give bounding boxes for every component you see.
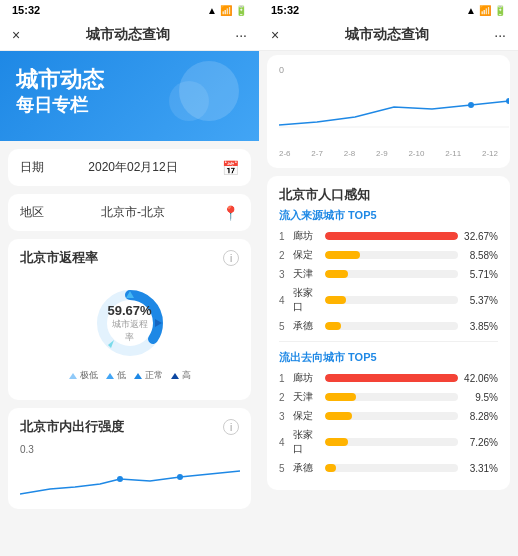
- outflow-rank-2: 2: [279, 392, 289, 403]
- inflow-row-1: 1 廊坊 32.67%: [279, 229, 498, 243]
- inflow-track-2: [325, 251, 458, 259]
- inflow-pct-4: 5.37%: [462, 295, 498, 306]
- svg-point-5: [117, 476, 123, 482]
- outflow-rank-1: 1: [279, 373, 289, 384]
- inflow-row-2: 2 保定 8.58%: [279, 248, 498, 262]
- outflow-fill-1: [325, 374, 458, 382]
- legend-label-1: 极低: [80, 369, 98, 382]
- svg-point-9: [468, 102, 474, 108]
- menu-icon-right[interactable]: ···: [494, 27, 506, 43]
- inflow-fill-3: [325, 270, 348, 278]
- inflow-row-4: 4 张家口 5.37%: [279, 286, 498, 314]
- hero-deco2: [169, 81, 209, 121]
- time-left: 15:32: [12, 4, 40, 16]
- label-0: 2-6: [279, 149, 291, 158]
- line-chart-svg: [279, 87, 509, 137]
- chart-y-label: 0: [279, 65, 498, 75]
- inflow-pct-2: 8.58%: [462, 250, 498, 261]
- signal-icon-right: 📶: [479, 5, 491, 16]
- outflow-track-4: [325, 438, 458, 446]
- inflow-name-4: 张家口: [293, 286, 321, 314]
- line-chart-wrapper: 0 2-6 2-7 2-8 2-9 2-10 2-11 2: [279, 65, 498, 158]
- outflow-bars: 1 廊坊 42.06% 2 天津 9.5% 3: [279, 371, 498, 475]
- svg-point-8: [506, 98, 509, 104]
- nav-title-left: 城市动态查询: [86, 26, 170, 44]
- legend-item-1: 极低: [69, 369, 98, 382]
- donut-container: 59.67% 城市返程率 极低 低 正常: [20, 275, 239, 390]
- legend-icon-1: [69, 373, 77, 379]
- inflow-rank-3: 3: [279, 269, 289, 280]
- donut-percent: 59.67%: [107, 303, 151, 318]
- right-content: 0 2-6 2-7 2-8 2-9 2-10 2-11 2: [259, 51, 518, 556]
- region-field-row: 地区 北京市-北京 📍: [20, 204, 239, 221]
- outflow-row-2: 2 天津 9.5%: [279, 390, 498, 404]
- calendar-icon[interactable]: 📅: [222, 160, 239, 176]
- legend-item-4: 高: [171, 369, 191, 382]
- outflow-row-5: 5 承德 3.31%: [279, 461, 498, 475]
- outflow-name-3: 保定: [293, 409, 321, 423]
- inflow-track-1: [325, 232, 458, 240]
- activity-svg: [20, 459, 240, 499]
- label-1: 2-7: [311, 149, 323, 158]
- activity-value: 0.3: [20, 444, 239, 455]
- bar-chart-area: [279, 77, 498, 147]
- signal-icon: 📶: [220, 5, 232, 16]
- menu-icon-left[interactable]: ···: [235, 27, 247, 43]
- info-icon-activity[interactable]: i: [223, 419, 239, 435]
- label-5: 2-11: [445, 149, 461, 158]
- inflow-fill-1: [325, 232, 458, 240]
- divider: [279, 341, 498, 342]
- time-right: 15:32: [271, 4, 299, 16]
- outflow-rank-3: 3: [279, 411, 289, 422]
- inflow-fill-4: [325, 296, 346, 304]
- population-card: 北京市人口感知 流入来源城市 TOP5 1 廊坊 32.67% 2 保定: [267, 176, 510, 490]
- legend-label-3: 正常: [145, 369, 163, 382]
- hero-banner: 城市动态 每日专栏: [0, 51, 259, 141]
- outflow-name-2: 天津: [293, 390, 321, 404]
- outflow-track-1: [325, 374, 458, 382]
- outflow-rank-5: 5: [279, 463, 289, 474]
- population-title: 北京市人口感知: [279, 186, 498, 204]
- inflow-label: 流入来源城市 TOP5: [279, 208, 498, 223]
- close-icon-left[interactable]: ×: [12, 27, 20, 43]
- inflow-bars: 1 廊坊 32.67% 2 保定 8.58%: [279, 229, 498, 333]
- info-icon-return[interactable]: i: [223, 250, 239, 266]
- region-value: 北京市-北京: [101, 204, 165, 221]
- battery-icon: 🔋: [235, 5, 247, 16]
- right-phone: 15:32 ▲ 📶 🔋 × 城市动态查询 ··· 0: [259, 0, 518, 556]
- outflow-row-1: 1 廊坊 42.06%: [279, 371, 498, 385]
- outflow-track-3: [325, 412, 458, 420]
- inflow-fill-2: [325, 251, 360, 259]
- wifi-icon-right: ▲: [466, 5, 476, 16]
- activity-card: 北京市内出行强度 i 0.3: [8, 408, 251, 509]
- svg-point-6: [177, 474, 183, 480]
- donut-chart: 59.67% 城市返程率: [90, 283, 170, 363]
- left-content: 日期 2020年02月12日 📅 地区 北京市-北京 📍 北京市返程率 i: [0, 141, 259, 556]
- outflow-fill-3: [325, 412, 352, 420]
- date-label: 日期: [20, 159, 44, 176]
- activity-header: 北京市内出行强度 i: [20, 418, 239, 436]
- legend-item-3: 正常: [134, 369, 163, 382]
- inflow-pct-1: 32.67%: [462, 231, 498, 242]
- legend-icon-3: [134, 373, 142, 379]
- return-rate-title: 北京市返程率: [20, 249, 98, 267]
- inflow-track-3: [325, 270, 458, 278]
- outflow-row-3: 3 保定 8.28%: [279, 409, 498, 423]
- chart-labels: 2-6 2-7 2-8 2-9 2-10 2-11 2-12: [279, 149, 498, 158]
- region-label: 地区: [20, 204, 44, 221]
- label-2: 2-8: [344, 149, 356, 158]
- inflow-rank-5: 5: [279, 321, 289, 332]
- inflow-rank-1: 1: [279, 231, 289, 242]
- close-icon-right[interactable]: ×: [271, 27, 279, 43]
- outflow-pct-4: 7.26%: [462, 437, 498, 448]
- region-card: 地区 北京市-北京 📍: [8, 194, 251, 231]
- location-icon[interactable]: 📍: [222, 205, 239, 221]
- date-value: 2020年02月12日: [88, 159, 177, 176]
- wifi-icon: ▲: [207, 5, 217, 16]
- outflow-name-5: 承德: [293, 461, 321, 475]
- inflow-pct-3: 5.71%: [462, 269, 498, 280]
- outflow-pct-3: 8.28%: [462, 411, 498, 422]
- outflow-pct-1: 42.06%: [462, 373, 498, 384]
- inflow-track-5: [325, 322, 458, 330]
- legend-label-4: 高: [182, 369, 191, 382]
